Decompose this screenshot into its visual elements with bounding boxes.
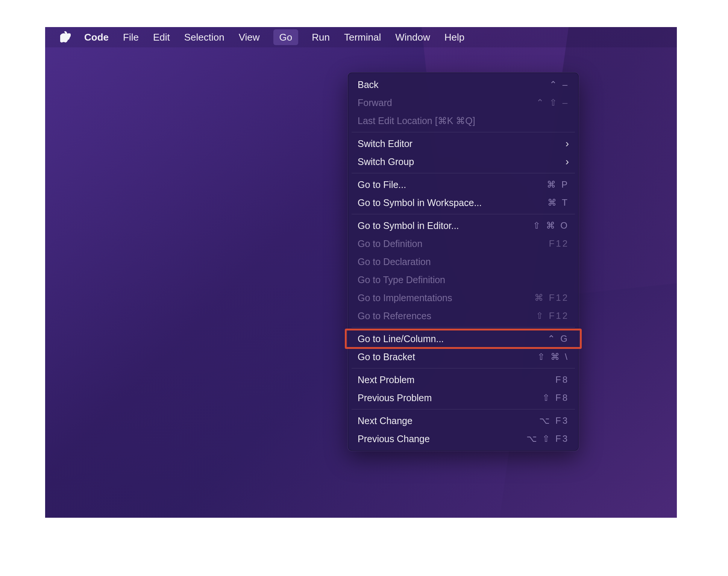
menuitem-shortcut: ⇧ F12 bbox=[536, 311, 569, 321]
menuitem-label: Go to Line/Column... bbox=[358, 333, 548, 344]
menuitem-shortcut: ⌥ F3 bbox=[539, 415, 569, 426]
menu-terminal[interactable]: Terminal bbox=[343, 27, 382, 47]
menuitem-go-to-bracket[interactable]: Go to Bracket⇧ ⌘ \ bbox=[348, 348, 579, 366]
menuitem-go-to-type-definition: Go to Type Definition bbox=[348, 271, 579, 289]
menuitem-go-to-declaration: Go to Declaration bbox=[348, 253, 579, 271]
menuitem-shortcut: ⇧ ⌘ O bbox=[533, 220, 569, 231]
menu-separator bbox=[352, 173, 575, 173]
menuitem-shortcut: F8 bbox=[555, 374, 569, 385]
menuitem-label: Previous Change bbox=[358, 434, 526, 444]
menuitem-label: Switch Group bbox=[358, 156, 566, 167]
menubar: Code FileEditSelectionViewGoRunTerminalW… bbox=[45, 27, 677, 47]
menuitem-previous-change[interactable]: Previous Change⌥ ⇧ F3 bbox=[348, 430, 579, 448]
menuitem-go-to-definition: Go to DefinitionF12 bbox=[348, 235, 579, 253]
menu-window[interactable]: Window bbox=[394, 27, 431, 47]
menuitem-go-to-implementations: Go to Implementations⌘ F12 bbox=[348, 289, 579, 307]
menuitem-shortcut: ⇧ ⌘ \ bbox=[537, 352, 569, 362]
menuitem-shortcut: F12 bbox=[549, 238, 569, 249]
menuitem-switch-editor[interactable]: Switch Editor› bbox=[348, 135, 579, 153]
chevron-right-icon: › bbox=[566, 138, 569, 150]
menu-view[interactable]: View bbox=[238, 27, 261, 47]
menu-help[interactable]: Help bbox=[444, 27, 465, 47]
menu-file[interactable]: File bbox=[122, 27, 140, 47]
go-menu-dropdown: Back⌃ –Forward⌃ ⇧ –Last Edit Location [⌘… bbox=[347, 72, 579, 451]
menu-separator bbox=[352, 132, 575, 132]
menuitem-label: Go to Symbol in Workspace... bbox=[358, 197, 548, 208]
menuitem-label: Next Problem bbox=[358, 374, 555, 385]
menuitem-label: Forward bbox=[358, 97, 536, 108]
menuitem-previous-problem[interactable]: Previous Problem⇧ F8 bbox=[348, 389, 579, 407]
menuitem-next-problem[interactable]: Next ProblemF8 bbox=[348, 371, 579, 389]
menuitem-go-to-symbol-in-editor[interactable]: Go to Symbol in Editor...⇧ ⌘ O bbox=[348, 217, 579, 235]
menuitem-label: Go to Definition bbox=[358, 238, 549, 249]
menu-edit[interactable]: Edit bbox=[152, 27, 171, 47]
menuitem-label: Previous Problem bbox=[358, 393, 542, 403]
menuitem-label: Go to Declaration bbox=[358, 256, 569, 267]
menu-separator bbox=[352, 214, 575, 214]
menuitem-next-change[interactable]: Next Change⌥ F3 bbox=[348, 412, 579, 430]
menuitem-shortcut: ⌘ P bbox=[547, 179, 569, 190]
menuitem-shortcut: ⌃ G bbox=[548, 333, 569, 344]
menu-separator bbox=[352, 327, 575, 327]
menuitem-shortcut: ⌥ ⇧ F3 bbox=[526, 434, 569, 444]
menu-separator bbox=[352, 409, 575, 409]
app-menu[interactable]: Code bbox=[83, 27, 109, 47]
menuitem-label: Go to Type Definition bbox=[358, 274, 569, 285]
menuitem-shortcut: ⌘ F12 bbox=[534, 293, 569, 303]
menu-separator bbox=[352, 368, 575, 368]
menuitem-label: Go to Implementations bbox=[358, 293, 534, 303]
menuitem-shortcut: ⇧ F8 bbox=[542, 393, 569, 403]
menuitem-label: Go to References bbox=[358, 311, 536, 321]
menuitem-label: Go to Symbol in Editor... bbox=[358, 220, 533, 231]
desktop: Code FileEditSelectionViewGoRunTerminalW… bbox=[45, 27, 677, 518]
menu-go[interactable]: Go bbox=[273, 29, 299, 45]
menuitem-label: Back bbox=[358, 79, 549, 90]
menuitem-switch-group[interactable]: Switch Group› bbox=[348, 153, 579, 171]
menuitem-go-to-references: Go to References⇧ F12 bbox=[348, 307, 579, 325]
menu-run[interactable]: Run bbox=[311, 27, 331, 47]
menuitem-go-to-line-column[interactable]: Go to Line/Column...⌃ G bbox=[348, 330, 579, 348]
menuitem-shortcut: ⌃ – bbox=[549, 79, 569, 90]
menuitem-back[interactable]: Back⌃ – bbox=[348, 76, 579, 94]
menu-selection[interactable]: Selection bbox=[184, 27, 225, 47]
menuitem-label: Go to Bracket bbox=[358, 352, 537, 362]
menuitem-go-to-file[interactable]: Go to File...⌘ P bbox=[348, 176, 579, 194]
menuitem-label: Last Edit Location [⌘K ⌘Q] bbox=[358, 115, 569, 126]
menuitem-last-edit-location-k-q: Last Edit Location [⌘K ⌘Q] bbox=[348, 112, 579, 130]
menuitem-label: Switch Editor bbox=[358, 138, 566, 149]
menuitem-label: Next Change bbox=[358, 415, 539, 426]
menuitem-go-to-symbol-in-workspace[interactable]: Go to Symbol in Workspace...⌘ T bbox=[348, 194, 579, 212]
menuitem-shortcut: ⌘ T bbox=[548, 197, 569, 208]
menuitem-forward: Forward⌃ ⇧ – bbox=[348, 94, 579, 112]
chevron-right-icon: › bbox=[566, 156, 569, 168]
menuitem-shortcut: ⌃ ⇧ – bbox=[536, 97, 569, 108]
apple-menu-icon[interactable] bbox=[60, 31, 71, 43]
menuitem-label: Go to File... bbox=[358, 179, 547, 190]
